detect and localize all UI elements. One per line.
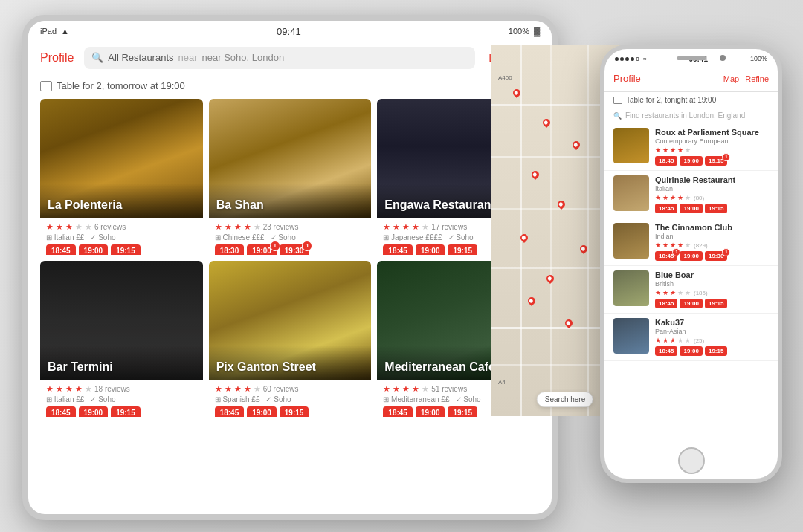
restaurant-name: La Polenteria [40,184,203,218]
map-pin[interactable] [571,140,581,150]
meta-info: ⊞ Italian ££✓ Soho [46,233,197,241]
time-slot[interactable]: 19:00 [247,406,277,417]
phone-screen: ≈ 09:41 100% Profile Map Refine Table fo… [604,49,778,479]
filled-star: ★ [655,337,661,344]
cuisine-label: ⊞ Italian ££ [46,395,84,403]
phone-time-slot[interactable]: 19:00 [680,346,702,356]
phone-time-slot[interactable]: 19:15 [705,346,727,356]
map-pin[interactable] [526,296,537,306]
phone-list-item[interactable]: Quirinale RestaurantItalian★★★★★(80)18:4… [604,171,778,218]
table-icon [40,81,52,91]
phone-nav-right: Map Refine [723,74,769,83]
filled-star: ★ [383,384,390,394]
time-slot[interactable]: 19:15 [111,406,141,417]
search-bar[interactable]: 🔍 All Restaurants near near Soho, London [84,47,475,69]
phone-time-slot[interactable]: 18:45 [655,299,677,308]
phone-time-slot[interactable]: 19:15 [705,299,727,308]
time-slot[interactable]: 19:00 [79,244,109,255]
phone-list-item[interactable]: The Cinnamon ClubIndian★★★★★(829)18:4519… [604,218,778,266]
map-label-a4: A4 [498,379,506,386]
phone-list-item[interactable]: Kaku37Pan-Asian★★★★★(25)18:4519:0019:15 [604,314,778,361]
phone-time-slot[interactable]: 18:45 [655,251,677,261]
time-slot[interactable]: 19:15 [448,406,477,417]
phone-time-slots: 18:4519:0019:30 [655,251,769,261]
phone-speaker [677,56,706,60]
phone-list-item[interactable]: Blue BoarBritish★★★★★(185)18:4519:0019:1… [604,266,778,314]
filled-star: ★ [655,194,661,201]
phone-time-slot[interactable]: 19:00 [680,251,702,261]
time-slots: 18:4519:0019:15 [46,244,197,255]
phone-time-slots: 18:4519:0019:15 [655,156,769,166]
map-pin[interactable] [545,273,555,284]
time-slot[interactable]: 19:30 [280,244,309,255]
tablet-device: iPad ▲ 09:41 100% ▓ Profile 🔍 All Restau… [22,15,558,520]
filled-star: ★ [234,222,242,232]
phone-time-slot[interactable]: 19:00 [680,204,702,213]
phone-time-slot[interactable]: 19:15 [705,156,727,166]
phone-item-info: The Cinnamon ClubIndian★★★★★(829)18:4519… [655,223,769,261]
phone-time-slot[interactable]: 18:45 [655,204,677,213]
restaurant-card[interactable]: Ba Shan★★★★★23 reviews⊞ Chinese £££✓ Soh… [209,99,372,255]
location-label: ✓ Soho [456,395,481,403]
empty-star: ★ [85,384,92,394]
phone-review-count: (80) [694,195,704,201]
empty-star: ★ [422,222,429,232]
empty-star: ★ [685,146,691,154]
meta-info: ⊞ Chinese £££✓ Soho [215,233,366,241]
empty-star: ★ [85,222,92,232]
phone-cuisine-label: Indian [655,233,769,240]
restaurant-image: Bar Termini [40,261,203,380]
restaurant-card[interactable]: Pix Ganton Street★★★★★60 reviews⊞ Spanis… [209,261,372,417]
tablet-content: Table for 2, tomorrow at 19:00 La Polent… [28,74,552,514]
phone-time-slot[interactable]: 18:45 [655,346,677,356]
time-slot[interactable]: 19:00 [416,244,445,255]
restaurant-card[interactable]: La Polenteria★★★★★6 reviews⊞ Italian ££✓… [40,99,203,255]
time-slot[interactable]: 19:00 [247,244,277,255]
restaurant-name: Bar Termini [40,346,203,380]
phone-time-slot[interactable]: 19:00 [680,299,702,308]
empty-star: ★ [422,384,429,394]
phone-map-button[interactable]: Map [723,74,739,83]
phone-item-info: Kaku37Pan-Asian★★★★★(25)18:4519:0019:15 [655,318,769,356]
filled-star: ★ [244,222,251,232]
restaurant-grid: La Polenteria★★★★★6 reviews⊞ Italian ££✓… [40,99,540,417]
time-slot[interactable]: 19:15 [448,244,477,255]
cuisine-label: ⊞ Chinese £££ [215,233,265,241]
map-pin[interactable] [530,169,541,180]
phone-refine-button[interactable]: Refine [745,74,769,83]
time-slot[interactable]: 18:45 [215,406,245,417]
restaurant-thumbnail [613,318,649,354]
filled-star: ★ [662,337,668,344]
time-slot[interactable]: 18:45 [46,406,76,417]
filled-star: ★ [662,146,668,154]
time-slot[interactable]: 18:45 [383,244,413,255]
phone-search[interactable]: 🔍 Find restaurants in London, England [604,108,778,123]
phone-restaurant-list: Roux at Parliament SquareContemporary Eu… [604,123,778,479]
time-slot[interactable]: 18:45 [383,406,413,417]
battery-icon: ▓ [534,27,540,36]
phone-home-button[interactable] [678,447,705,474]
time-slot[interactable]: 19:15 [111,244,141,255]
phone-item-info: Blue BoarBritish★★★★★(185)18:4519:0019:1… [655,270,769,308]
time-slot[interactable]: 18:30 [215,244,245,255]
phone-time-slot[interactable]: 18:45 [655,156,677,166]
filled-star: ★ [677,194,683,201]
phone-time-slot[interactable]: 19:00 [680,156,702,166]
phone-time-slots: 18:4519:0019:15 [655,299,769,308]
restaurant-card[interactable]: Bar Termini★★★★★18 reviews⊞ Italian ££✓ … [40,261,203,417]
dot-3 [625,57,629,61]
phone-cuisine-label: British [655,280,769,288]
phone-list-item[interactable]: Roux at Parliament SquareContemporary Eu… [604,123,778,171]
time-slot[interactable]: 18:45 [46,244,76,255]
phone-time-slot[interactable]: 19:30 [705,251,727,261]
phone-profile-button[interactable]: Profile [613,73,641,84]
filled-star: ★ [655,241,661,249]
profile-button[interactable]: Profile [40,51,74,65]
time-slot[interactable]: 19:00 [79,406,109,417]
search-here-button[interactable]: Search here [537,392,593,407]
phone-time-slot[interactable]: 19:15 [705,204,727,213]
phone-stars-row: ★★★★★(185) [655,289,769,296]
phone-camera [720,55,726,61]
time-slot[interactable]: 19:00 [416,406,445,417]
time-slot[interactable]: 19:15 [280,406,309,417]
